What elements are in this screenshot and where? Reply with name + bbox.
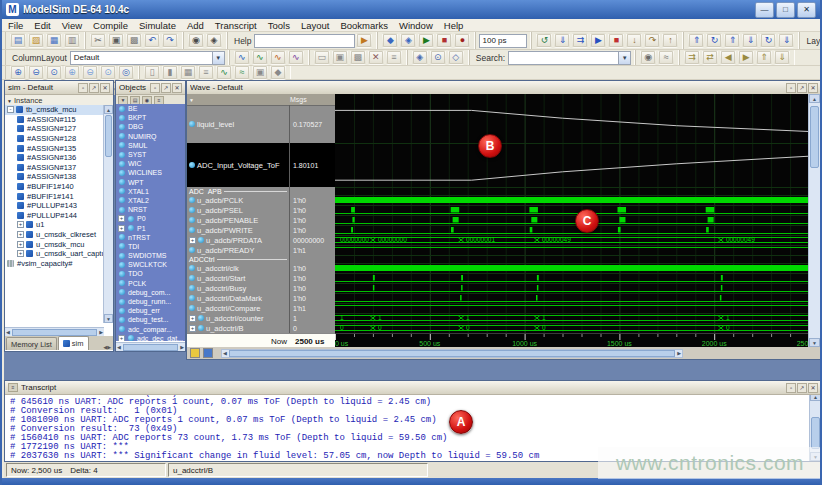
dock-pin-icon[interactable]: ▫ — [78, 83, 88, 93]
full-names-icon[interactable]: ▮ — [162, 65, 178, 80]
paste-icon[interactable]: ▩ — [126, 33, 142, 48]
wave-signal-name[interactable]: u_adcctrl/clk — [187, 263, 290, 273]
open-icon[interactable]: ▨ — [28, 33, 44, 48]
objects-item[interactable]: SMUL — [116, 141, 185, 150]
wave-signal-name[interactable]: +u_adcctrl/B — [187, 323, 290, 333]
objects-item[interactable]: WPT — [116, 178, 185, 187]
wave-lock-icon[interactable]: ◆ — [270, 65, 286, 80]
close-panel-icon[interactable]: ✕ — [808, 383, 818, 393]
help-go-icon[interactable]: ▶ — [356, 33, 372, 48]
close-button[interactable]: ✕ — [797, 2, 816, 18]
expand-icon[interactable]: + — [17, 231, 24, 238]
restart-icon[interactable]: ↺ — [536, 33, 552, 48]
wave-signal-name[interactable]: u_adcb/PSEL — [187, 205, 290, 215]
wave-paste-icon[interactable]: ▩ — [350, 50, 366, 65]
copy-icon[interactable]: ▣ — [108, 33, 124, 48]
collapse-icon[interactable]: - — [7, 106, 14, 113]
objects-item[interactable]: adc_compar... — [116, 325, 185, 334]
tree-item[interactable]: +u_cmsdk_uart_captu... — [5, 249, 104, 259]
zoom-mode-icon[interactable]: ⊙ — [430, 50, 446, 65]
objects-item[interactable]: PCLK — [116, 279, 185, 288]
zoom-out-cursor-icon[interactable]: ⊖ — [82, 65, 98, 80]
objects-item[interactable]: debug_err — [116, 306, 185, 315]
tab-scroll-arrows[interactable]: ◀▶ — [101, 344, 113, 350]
objects-item[interactable]: SYST — [116, 150, 185, 159]
cut-icon[interactable]: ✂ — [90, 33, 106, 48]
expand-icon[interactable]: + — [118, 225, 125, 232]
objects-item[interactable]: BE — [116, 104, 185, 113]
close-panel-icon[interactable]: ✕ — [100, 83, 110, 93]
objects-item[interactable]: nTRST — [116, 233, 185, 242]
scroll-down-arrow[interactable]: ▼ — [104, 314, 113, 323]
add-selected-to-wave-icon[interactable]: ∿ — [234, 50, 250, 65]
step-over-icon[interactable]: ↷ — [644, 33, 660, 48]
tree-item[interactable]: #PULLUP#143 — [5, 201, 104, 211]
collapse-groups-icon[interactable]: ≈ — [234, 65, 250, 80]
objects-item[interactable]: +adc_dec_dat... — [116, 334, 185, 341]
columnlayout-combo[interactable]: Default▼ — [70, 51, 225, 65]
objects-item[interactable]: debug_com... — [116, 288, 185, 297]
step-out-icon[interactable]: ↑ — [662, 33, 678, 48]
run-all-icon[interactable]: ⇉ — [572, 33, 588, 48]
tab-sim[interactable]: sim — [58, 336, 89, 350]
menu-compile[interactable]: Compile — [93, 20, 128, 31]
menu-layout[interactable]: Layout — [301, 20, 330, 31]
wave-signal-name[interactable]: +u_adcb/PRDATA — [187, 235, 290, 245]
wave-cut-icon[interactable]: ▭ — [314, 50, 330, 65]
find-next-icon[interactable]: ◈ — [206, 33, 222, 48]
tab-memory-list[interactable]: Memory List — [6, 337, 57, 350]
tree-item[interactable]: #BUFIF1#140 — [5, 182, 104, 192]
find-next-edge-icon[interactable]: ⇑ — [724, 33, 740, 48]
sim-panel-header[interactable]: sim - Default ▫↗✕ — [5, 81, 113, 95]
simulate-icon[interactable]: ▶ — [418, 33, 434, 48]
wave-signal-name[interactable]: u_adcb/PREADY — [187, 245, 290, 255]
add-window-to-wave-icon[interactable]: ∿ — [252, 50, 268, 65]
dock-pin-icon[interactable]: ▫ — [786, 383, 796, 393]
leaf-names-icon[interactable]: ▯ — [144, 65, 160, 80]
wave-copy-icon[interactable]: ▣ — [332, 50, 348, 65]
undock-icon[interactable]: ↗ — [797, 83, 807, 93]
toggle-grid-icon[interactable]: ▦ — [180, 65, 196, 80]
compile-all-icon[interactable]: ◈ — [400, 33, 416, 48]
select-mode-icon[interactable]: ◈ — [412, 50, 428, 65]
expand-icon[interactable]: + — [189, 325, 196, 332]
insert-cursor-icon[interactable]: ↻ — [706, 33, 722, 48]
zoom-in-cursor-icon[interactable]: ⊕ — [64, 65, 80, 80]
expand-icon[interactable]: + — [189, 315, 196, 322]
tree-item[interactable]: -tb_cmsdk_mcu — [5, 105, 104, 115]
objects-item[interactable]: SWDIOTMS — [116, 251, 185, 260]
expand-groups-icon[interactable]: ∿ — [216, 65, 232, 80]
menu-edit[interactable]: Edit — [34, 20, 50, 31]
expand-icon[interactable]: + — [189, 237, 196, 244]
tree-item[interactable]: #ASSIGN#135 — [5, 143, 104, 153]
objects-item[interactable]: debug_runn... — [116, 297, 185, 306]
menu-transcript[interactable]: Transcript — [215, 20, 257, 31]
wave-signal-name[interactable]: u_adcctrl/Busy — [187, 283, 290, 293]
redo-icon[interactable]: ↷ — [162, 33, 178, 48]
undo-icon[interactable]: ↶ — [144, 33, 160, 48]
chevron-down-icon[interactable]: ▼ — [212, 52, 224, 64]
tree-item[interactable]: +u_cmsdk_clkreset — [5, 230, 104, 240]
tree-item[interactable]: #ASSIGN#136 — [5, 153, 104, 163]
zoom-last-icon[interactable]: ⊙ — [100, 65, 116, 80]
lock-cursor-icon[interactable] — [203, 348, 213, 358]
scroll-down-arrow[interactable]: ▼ — [809, 338, 820, 347]
wave-group-icon[interactable]: ≡ — [386, 50, 402, 65]
objects-item[interactable]: WIC — [116, 159, 185, 168]
toggle-timeline-icon[interactable]: ≡ — [198, 65, 214, 80]
expand-icon[interactable]: + — [118, 215, 125, 222]
tree-item[interactable]: #ASSIGN#137 — [5, 163, 104, 173]
wave-signal-name[interactable]: +u_adcctrl/counter — [187, 313, 290, 323]
collapse-time-icon[interactable]: ⇄ — [702, 50, 718, 65]
objects-item[interactable]: DBG — [116, 122, 185, 131]
help-search-input[interactable] — [254, 34, 355, 48]
objects-item[interactable]: TDO — [116, 269, 185, 278]
tree-item[interactable]: #vsim_capacity# — [5, 259, 104, 269]
run-icon[interactable]: ⇓ — [554, 33, 570, 48]
first-page-icon[interactable]: ⇑ — [756, 50, 772, 65]
menu-window[interactable]: Window — [399, 20, 433, 31]
sim-horizontal-scrollbar[interactable]: ◀▶ — [5, 327, 104, 336]
next-falling-edge-icon[interactable]: ⇓ — [778, 33, 794, 48]
objects-item[interactable]: debug_test... — [116, 315, 185, 324]
transcript-header[interactable]: ≡ Transcript ▫↗✕ — [5, 381, 821, 395]
